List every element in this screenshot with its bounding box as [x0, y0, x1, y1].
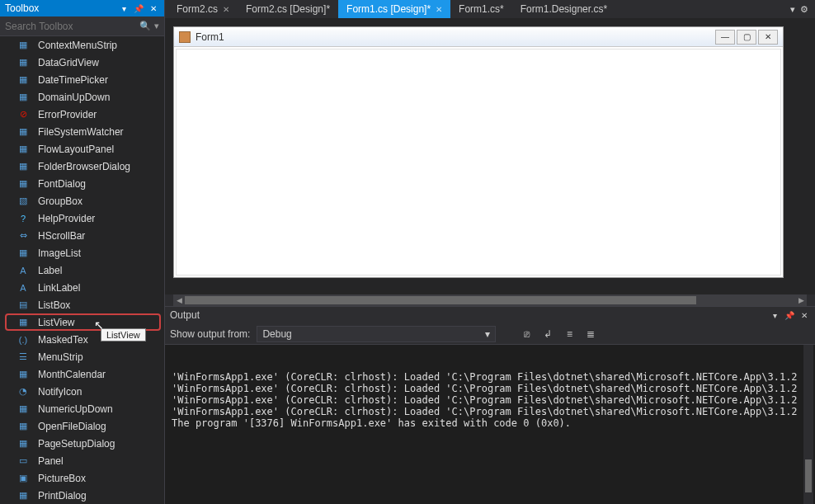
toolbox-item-groupbox[interactable]: ▧GroupBox [0, 192, 164, 210]
tab-form2-cs[interactable]: Form2.cs✕ [168, 0, 238, 18]
tabs-dropdown-icon[interactable]: ▾ [790, 4, 795, 15]
gear-icon[interactable]: ⚙ [800, 4, 808, 15]
toolbox-item-errorprovider[interactable]: ⊘ErrorProvider [0, 106, 164, 123]
datetimepicker-icon: ▦ [16, 73, 30, 87]
toolbox-item-monthcalendar[interactable]: ▦MonthCalendar [0, 365, 164, 383]
editor-area: Form2.cs✕Form2.cs [Design]*Form1.cs [Des… [165, 0, 815, 504]
fontdialog-icon: ▦ [16, 177, 30, 191]
show-output-label: Show output from: [170, 328, 250, 340]
toggle-wrap-icon[interactable]: ↲ [540, 327, 555, 341]
folderbrowserdialog-icon: ▦ [16, 160, 30, 173]
close-button[interactable]: ✕ [758, 30, 778, 45]
scroll-thumb[interactable] [805, 459, 812, 492]
toolbox-item-datagridview[interactable]: ▦DataGridView [0, 54, 164, 71]
tab-label: Form1.cs* [459, 3, 504, 15]
form-body[interactable] [176, 49, 781, 276]
form-icon [179, 31, 191, 43]
toolbox-item-label: MaskedTex [38, 334, 88, 346]
maximize-button[interactable]: ▢ [737, 30, 756, 45]
toolbox-item-label: LinkLabel [38, 282, 80, 294]
toolbox-item-label: FlowLayoutPanel [38, 144, 114, 155]
toolbox-item-linklabel[interactable]: ALinkLabel [0, 279, 164, 296]
vertical-scrollbar[interactable] [803, 345, 813, 504]
toolbox-search: 🔍 ▾ [0, 16, 164, 36]
tab-form1-designer-cs-[interactable]: Form1.Designer.cs* [512, 0, 615, 18]
tab-form2-cs-design-[interactable]: Form2.cs [Design]* [238, 0, 338, 18]
toolbox-item-panel[interactable]: ▭Panel [0, 452, 164, 469]
scroll-left-icon[interactable]: ◀ [173, 294, 185, 306]
tab-form1-cs-design-[interactable]: Form1.cs [Design]*✕ [338, 0, 450, 18]
outdent-icon[interactable]: ≣ [583, 327, 598, 341]
maskedtex-icon: (.) [16, 333, 30, 346]
toolbox-item-label: OpenFileDialog [38, 421, 106, 432]
toolbox-item-label: Label [38, 265, 62, 276]
toolbox-item-menustrip[interactable]: ☰MenuStrip [0, 348, 164, 365]
search-input[interactable] [5, 21, 139, 32]
toolbox-item-listbox[interactable]: ▤ListBox [0, 296, 164, 313]
toolbox-item-printdialog[interactable]: ▦PrintDialog [0, 487, 164, 504]
toolbox-item-label: ErrorProvider [38, 109, 97, 120]
dropdown-icon[interactable]: ▾ [118, 2, 130, 14]
tab-label: Form1.cs [Design]* [346, 3, 431, 15]
close-icon[interactable]: ✕ [799, 309, 810, 321]
minimize-button[interactable]: — [715, 30, 735, 45]
toolbox-item-filesystemwatcher[interactable]: ▦FileSystemWatcher [0, 123, 164, 140]
datagridview-icon: ▦ [16, 56, 30, 69]
toolbox-item-contextmenustrip[interactable]: ▦ContextMenuStrip [0, 36, 164, 54]
toolbox-item-openfiledialog[interactable]: ▦OpenFileDialog [0, 417, 164, 435]
toolbox-item-label: NumericUpDown [38, 403, 113, 415]
toolbox-item-label: PrintDialog [38, 490, 87, 502]
notifyicon-icon: ◔ [16, 385, 30, 398]
hscrollbar-icon: ⇔ [16, 229, 30, 243]
toolbox-item-fontdialog[interactable]: ▦FontDialog [0, 175, 164, 192]
output-body[interactable]: 'WinFormsApp1.exe' (CoreCLR: clrhost): L… [165, 345, 815, 504]
pin-icon[interactable]: 📌 [784, 309, 795, 321]
toolbox-item-hscrollbar[interactable]: ⇔HScrollBar [0, 227, 164, 244]
toolbox-item-label: GroupBox [38, 195, 82, 207]
scroll-right-icon[interactable]: ▶ [795, 294, 807, 306]
toolbox-item-datetimepicker[interactable]: ▦DateTimePicker [0, 71, 164, 88]
toolbox-item-notifyicon[interactable]: ◔NotifyIcon [0, 383, 164, 400]
toolbox-item-imagelist[interactable]: ▦ImageList [0, 244, 164, 261]
clear-icon[interactable]: ▾ [154, 21, 159, 31]
toolbox-item-helpprovider[interactable]: ?HelpProvider [0, 210, 164, 227]
listbox-icon: ▤ [16, 299, 30, 312]
dropdown-icon[interactable]: ▾ [769, 309, 780, 321]
imagelist-icon: ▦ [16, 247, 30, 260]
output-source-value: Debug [262, 328, 291, 340]
tab-label: Form2.cs [177, 3, 218, 15]
clear-all-icon[interactable]: ⎚ [519, 327, 534, 341]
output-line: 'WinFormsApp1.exe' (CoreCLR: clrhost): L… [172, 394, 808, 406]
tab-form1-cs-[interactable]: Form1.cs* [450, 0, 512, 18]
output-line: The program '[3376] WinFormsApp1.exe' ha… [172, 417, 808, 429]
form-window[interactable]: Form1 — ▢ ✕ [173, 26, 784, 278]
flowlayoutpanel-icon: ▦ [16, 143, 30, 156]
scroll-thumb[interactable] [185, 296, 696, 304]
toolbox-item-label: FolderBrowserDialog [38, 161, 130, 172]
toolbox-item-folderbrowserdialog[interactable]: ▦FolderBrowserDialog [0, 158, 164, 175]
document-tabstrip: Form2.cs✕Form2.cs [Design]*Form1.cs [Des… [165, 0, 815, 18]
menustrip-icon: ☰ [16, 351, 30, 364]
toolbox-item-label: ImageList [38, 247, 81, 259]
output-source-dropdown[interactable]: Debug ▾ [257, 326, 496, 342]
toolbox-item-label: FontDialog [38, 178, 86, 190]
horizontal-scrollbar[interactable]: ◀ ▶ [173, 294, 807, 306]
close-icon[interactable]: ✕ [148, 2, 159, 14]
pin-icon[interactable]: 📌 [133, 2, 144, 14]
close-icon[interactable]: ✕ [223, 5, 229, 14]
toolbox-item-flowlayoutpanel[interactable]: ▦FlowLayoutPanel [0, 140, 164, 158]
output-line: 'WinFormsApp1.exe' (CoreCLR: clrhost): L… [172, 371, 808, 383]
toolbox-item-domainupdown[interactable]: ▦DomainUpDown [0, 88, 164, 106]
form-title: Form1 [196, 31, 714, 43]
toolbox-item-picturebox[interactable]: ▣PictureBox [0, 469, 164, 487]
toolbox-item-pagesetupdialog[interactable]: ▦PageSetupDialog [0, 435, 164, 452]
indent-icon[interactable]: ≡ [562, 327, 577, 341]
close-icon[interactable]: ✕ [436, 5, 442, 14]
toolbox-item-numericupdown[interactable]: ▦NumericUpDown [0, 400, 164, 417]
toolbox-item-listview[interactable]: ▦ListView↖ListView [5, 313, 161, 331]
toolbox-title: Toolbox [5, 2, 115, 14]
designer-surface[interactable]: Form1 — ▢ ✕ [165, 18, 815, 294]
toolbox-item-label: DomainUpDown [38, 92, 110, 103]
toolbox-item-label[interactable]: ALabel [0, 261, 164, 279]
search-icon[interactable]: 🔍 [139, 21, 151, 31]
